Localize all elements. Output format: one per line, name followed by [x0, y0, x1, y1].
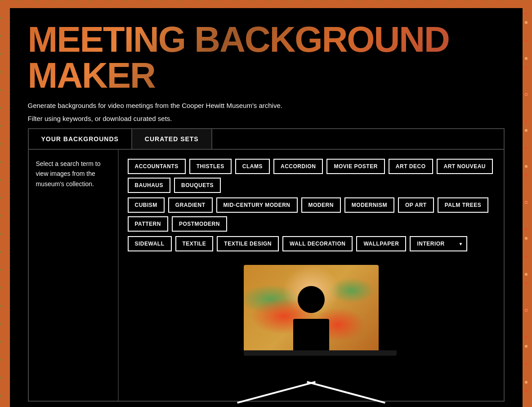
keyword-btn[interactable]: CUBISM — [128, 197, 165, 213]
sidebar-text: Select a search term to view images from… — [36, 160, 101, 188]
laptop-legs — [244, 356, 379, 383]
interior-dropdown[interactable]: INTERIOREXTERIORLANDSCAPEABSTRACT — [410, 236, 467, 251]
app-title: MEETING BACKGROUND MAKER — [28, 22, 505, 94]
keyword-btn[interactable]: PATTERN — [128, 216, 168, 232]
preview-area — [128, 256, 495, 392]
description-line2: Filter using keywords, or download curat… — [28, 114, 505, 124]
keyword-btn[interactable]: TEXTILE — [175, 236, 214, 251]
keyword-btn[interactable]: GRADIENT — [168, 197, 213, 213]
keyword-btn[interactable]: OP ART — [398, 197, 434, 213]
keyword-btn[interactable]: WALLPAPER — [356, 236, 406, 251]
person-body-silhouette — [293, 319, 329, 350]
title-line2: MAKER — [28, 55, 155, 95]
main-container: MEETING BACKGROUND MAKER Generate backgr… — [10, 8, 523, 407]
keywords-row-2: CUBISMGRADIENTMID-CENTURY MODERNMODERNMO… — [128, 197, 495, 232]
keyword-btn[interactable]: POSTMODERN — [172, 216, 227, 232]
keyword-btn[interactable]: MODERNISM — [344, 197, 394, 213]
keyword-btn[interactable]: BOUQUETS — [174, 178, 221, 193]
keyword-btn[interactable]: ACCOUNTANTS — [128, 159, 186, 174]
tab-curated-sets[interactable]: CURATED SETS — [132, 129, 212, 149]
tabs-body: Select a search term to view images from… — [29, 150, 504, 401]
laptop-leg-left — [237, 381, 316, 403]
keyword-btn[interactable]: MID-CENTURY MODERN — [216, 197, 298, 213]
laptop-base — [244, 350, 397, 356]
keyword-btn[interactable]: BAUHAUS — [128, 178, 171, 193]
sidebar: Select a search term to view images from… — [29, 150, 119, 401]
keywords-row-1: ACCOUNTANTSTHISTLESCLAMSACCORDIONMOVIE P… — [128, 159, 495, 193]
keyword-btn[interactable]: SIDEWALL — [128, 236, 172, 251]
keyword-btn[interactable]: MOVIE POSTER — [326, 159, 384, 174]
title-line1: MEETING BACKGROUND — [28, 19, 449, 59]
keyword-btn[interactable]: CLAMS — [235, 159, 270, 174]
laptop-preview — [226, 265, 397, 383]
tabs-header: YOUR BACKGROUNDS CURATED SETS — [29, 129, 504, 150]
keywords-row-3: SIDEWALLTEXTILETEXTILE DESIGNWALL DECORA… — [128, 236, 495, 251]
keyword-btn[interactable]: ACCORDION — [273, 159, 323, 174]
keyword-btn[interactable]: MODERN — [301, 197, 341, 213]
laptop-screen — [244, 265, 379, 350]
title-block: MEETING BACKGROUND MAKER — [28, 22, 505, 94]
keyword-btn[interactable]: ART DECO — [389, 159, 433, 174]
tab-your-backgrounds[interactable]: YOUR BACKGROUNDS — [29, 129, 132, 149]
keyword-btn[interactable]: WALL DECORATION — [282, 236, 353, 251]
keyword-btn[interactable]: ART NOUVEAU — [437, 159, 493, 174]
person-head-silhouette — [298, 286, 325, 313]
keyword-btn[interactable]: PALM TREES — [438, 197, 488, 213]
laptop-leg-right — [307, 381, 385, 403]
description-line1: Generate backgrounds for video meetings … — [28, 101, 505, 111]
keyword-btn[interactable]: THISTLES — [189, 159, 232, 174]
laptop-stand — [226, 360, 397, 383]
keyword-btn[interactable]: TEXTILE DESIGN — [217, 236, 279, 251]
keywords-area: ACCOUNTANTSTHISTLESCLAMSACCORDIONMOVIE P… — [119, 150, 504, 401]
tabs-container: YOUR BACKGROUNDS CURATED SETS Select a s… — [28, 128, 505, 402]
dropdown-wrapper: INTERIOREXTERIORLANDSCAPEABSTRACT — [410, 236, 467, 251]
